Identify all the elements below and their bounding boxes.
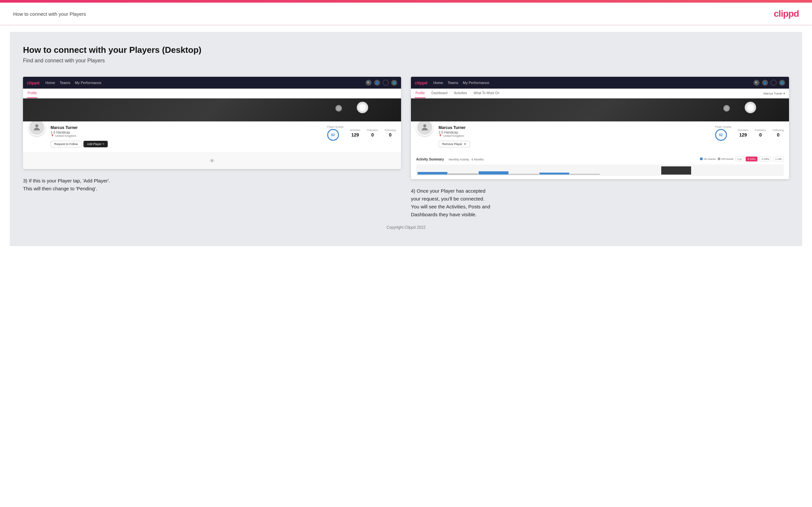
- activity-chart: [416, 164, 784, 176]
- player-handicap-left: 1-5 Handicap: [51, 130, 322, 134]
- settings-icon-right[interactable]: [771, 80, 776, 86]
- quality-stat-left: Player Quality 92: [327, 125, 344, 141]
- chart-group-1: [417, 172, 478, 175]
- activity-title-group: Activity Summary Monthly Activity · 6 Mo…: [416, 156, 484, 162]
- action-buttons-left: Request to Follow Add Player +: [51, 141, 322, 147]
- filter-1yr[interactable]: 1 yr: [735, 157, 744, 161]
- tab-activities-right[interactable]: Activities: [453, 89, 467, 98]
- profile-banner-left: [23, 99, 401, 121]
- player-country-right: 📍 United Kingdom: [439, 134, 710, 137]
- off-course-dot: [718, 158, 720, 160]
- nav-teams-right[interactable]: Teams: [448, 81, 458, 84]
- nav-items-right: Home Teams My Performance: [433, 81, 754, 84]
- caption-left: 3) If this is your Player tap, 'Add Play…: [23, 177, 401, 192]
- bar-off-3: [570, 174, 600, 175]
- filter-3mths[interactable]: 3 mths: [759, 157, 771, 161]
- legend-on-course: On course: [700, 158, 716, 161]
- activities-stat-right: Activities 129: [738, 129, 748, 137]
- filter-1mth[interactable]: 1 mth: [773, 157, 784, 161]
- nav-teams-left[interactable]: Teams: [60, 81, 70, 84]
- user-icon-right[interactable]: 👤: [762, 80, 768, 86]
- logo: clippd: [774, 8, 799, 19]
- following-stat-left: Following 0: [385, 129, 396, 137]
- screenshot-footer-left: 👁: [23, 153, 401, 169]
- tab-what-to-work-on-right[interactable]: What To Work On: [473, 89, 500, 98]
- activity-header: Activity Summary Monthly Activity · 6 Mo…: [416, 156, 784, 162]
- main-content: How to connect with your Players (Deskto…: [10, 32, 802, 246]
- player-country-left: 📍 United Kingdom: [51, 134, 322, 137]
- nav-home-left[interactable]: Home: [45, 81, 55, 84]
- add-player-button[interactable]: Add Player +: [84, 141, 108, 147]
- bar-on-2: [478, 171, 508, 175]
- app-tabs-left: Profile: [23, 89, 401, 99]
- main-subheading: Find and connect with your Players: [23, 58, 789, 64]
- following-stat-right: Following 0: [773, 129, 784, 137]
- remove-player-button[interactable]: Remove Player ✕: [439, 141, 470, 147]
- player-info-left: Marcus Turner 1-5 Handicap 📍 United King…: [51, 125, 322, 147]
- tabs-group-right: Profile Dashboard Activities What To Wor…: [415, 89, 500, 98]
- banner-decoration-3: [745, 102, 756, 113]
- chart-group-3: [539, 173, 600, 175]
- quality-stat-right: Player Quality 92: [715, 125, 731, 141]
- close-icon: ✕: [464, 143, 466, 146]
- app-logo-left: clippd: [27, 80, 39, 85]
- settings-icon-left[interactable]: [383, 80, 389, 86]
- plus-icon: +: [102, 143, 104, 146]
- screenshot-frame-left: clippd Home Teams My Performance 🔍 👤 🌐: [23, 77, 401, 169]
- location-icon-right: 📍: [439, 134, 442, 137]
- bar-on-3: [539, 173, 569, 175]
- activity-summary: Activity Summary Monthly Activity · 6 Mo…: [411, 153, 789, 179]
- activity-filters: On course Off course 1 yr 6 mths 3 mths …: [700, 157, 784, 161]
- app-nav-right: clippd Home Teams My Performance 🔍 👤 🌐: [411, 77, 789, 89]
- player-handicap-right: 1-5 Handicap: [439, 130, 710, 134]
- filter-6mths[interactable]: 6 mths: [746, 157, 757, 161]
- legend-off-course: Off course: [718, 158, 733, 161]
- search-icon-left[interactable]: 🔍: [366, 80, 371, 86]
- app-logo-right: clippd: [415, 80, 427, 85]
- player-dropdown[interactable]: Marcus Turner ▾: [763, 92, 785, 95]
- search-icon-right[interactable]: 🔍: [754, 80, 759, 86]
- on-course-dot: [700, 158, 703, 160]
- location-icon-left: 📍: [51, 134, 54, 137]
- footer-copyright: Copyright Clippd 2022: [23, 219, 789, 230]
- top-bar: [0, 0, 812, 3]
- avatar-icon-right: [420, 123, 429, 132]
- screenshot-left: clippd Home Teams My Performance 🔍 👤 🌐: [23, 77, 401, 219]
- globe-icon-right[interactable]: 🌐: [779, 80, 785, 86]
- globe-icon-left[interactable]: 🌐: [391, 80, 397, 86]
- chart-group-5: [661, 166, 722, 175]
- profile-section-left: Marcus Turner 1-5 Handicap 📍 United King…: [23, 121, 401, 153]
- chart-group-2: [478, 171, 539, 175]
- bar-on-5: [661, 166, 691, 175]
- tab-profile-right[interactable]: Profile: [415, 89, 425, 98]
- app-nav-left: clippd Home Teams My Performance 🔍 👤 🌐: [23, 77, 401, 89]
- nav-icons-right: 🔍 👤 🌐: [754, 80, 785, 86]
- svg-point-0: [35, 124, 38, 127]
- bar-off-2: [509, 174, 539, 175]
- followers-stat-right: Followers 0: [755, 129, 766, 137]
- nav-performance-right[interactable]: My Performance: [463, 81, 490, 84]
- user-icon-left[interactable]: 👤: [374, 80, 380, 86]
- followers-stat-left: Followers 0: [367, 129, 378, 137]
- header: How to connect with your Players clippd: [0, 3, 812, 25]
- nav-performance-left[interactable]: My Performance: [75, 81, 101, 84]
- nav-home-right[interactable]: Home: [433, 81, 443, 84]
- caption-right: 4) Once your Player has accepted your re…: [411, 187, 789, 219]
- quality-circle-left: 92: [327, 129, 339, 141]
- nav-items-left: Home Teams My Performance: [45, 81, 366, 84]
- banner-decoration-2: [336, 105, 342, 112]
- request-follow-button[interactable]: Request to Follow: [51, 141, 82, 147]
- quality-circle-right: 92: [715, 129, 727, 141]
- avatar-icon-left: [32, 123, 41, 132]
- banner-decoration-1: [357, 102, 368, 113]
- player-name-right: Marcus Turner: [439, 125, 710, 130]
- eye-icon-left: 👁: [210, 158, 215, 164]
- main-heading: How to connect with your Players (Deskto…: [23, 45, 789, 55]
- tab-dashboard-right[interactable]: Dashboard: [430, 89, 448, 98]
- profile-banner-right: [411, 99, 789, 121]
- action-buttons-right: Remove Player ✕: [439, 141, 710, 147]
- bar-on-1: [417, 172, 447, 175]
- tab-profile-left[interactable]: Profile: [27, 89, 38, 98]
- svg-point-1: [423, 124, 426, 127]
- activities-stat-left: Activities 129: [350, 129, 360, 137]
